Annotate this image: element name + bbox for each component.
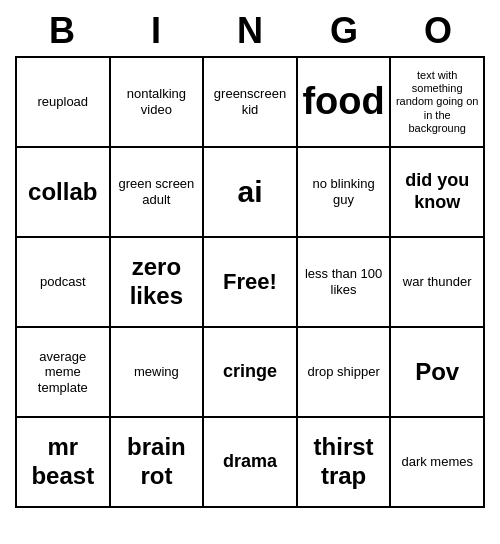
bingo-cell[interactable]: mewing xyxy=(111,328,205,418)
bingo-cell[interactable]: food xyxy=(298,58,392,148)
header-letter-o: O xyxy=(393,10,483,52)
header-letter-n: N xyxy=(205,10,295,52)
bingo-cell[interactable]: nontalking video xyxy=(111,58,205,148)
bingo-cell[interactable]: thirst trap xyxy=(298,418,392,508)
bingo-cell[interactable]: ai xyxy=(204,148,298,238)
bingo-header: B I N G O xyxy=(15,10,485,52)
bingo-cell[interactable]: brain rot xyxy=(111,418,205,508)
bingo-cell[interactable]: green screen adult xyxy=(111,148,205,238)
bingo-cell[interactable]: zero likes xyxy=(111,238,205,328)
bingo-cell[interactable]: drama xyxy=(204,418,298,508)
header-letter-g: G xyxy=(299,10,389,52)
bingo-cell[interactable]: Free! xyxy=(204,238,298,328)
header-letter-i: I xyxy=(111,10,201,52)
bingo-cell[interactable]: text with something random going on in t… xyxy=(391,58,485,148)
bingo-cell[interactable]: drop shipper xyxy=(298,328,392,418)
bingo-cell[interactable]: reupload xyxy=(17,58,111,148)
bingo-cell[interactable]: no blinking guy xyxy=(298,148,392,238)
bingo-cell[interactable]: did you know xyxy=(391,148,485,238)
bingo-cell[interactable]: war thunder xyxy=(391,238,485,328)
bingo-cell[interactable]: greenscreen kid xyxy=(204,58,298,148)
bingo-cell[interactable]: less than 100 likes xyxy=(298,238,392,328)
header-letter-b: B xyxy=(17,10,107,52)
bingo-cell[interactable]: collab xyxy=(17,148,111,238)
bingo-cell[interactable]: dark memes xyxy=(391,418,485,508)
bingo-cell[interactable]: Pov xyxy=(391,328,485,418)
bingo-cell[interactable]: average meme template xyxy=(17,328,111,418)
bingo-cell[interactable]: podcast xyxy=(17,238,111,328)
bingo-grid: reuploadnontalking videogreenscreen kidf… xyxy=(15,56,485,508)
bingo-cell[interactable]: cringe xyxy=(204,328,298,418)
bingo-cell[interactable]: mr beast xyxy=(17,418,111,508)
